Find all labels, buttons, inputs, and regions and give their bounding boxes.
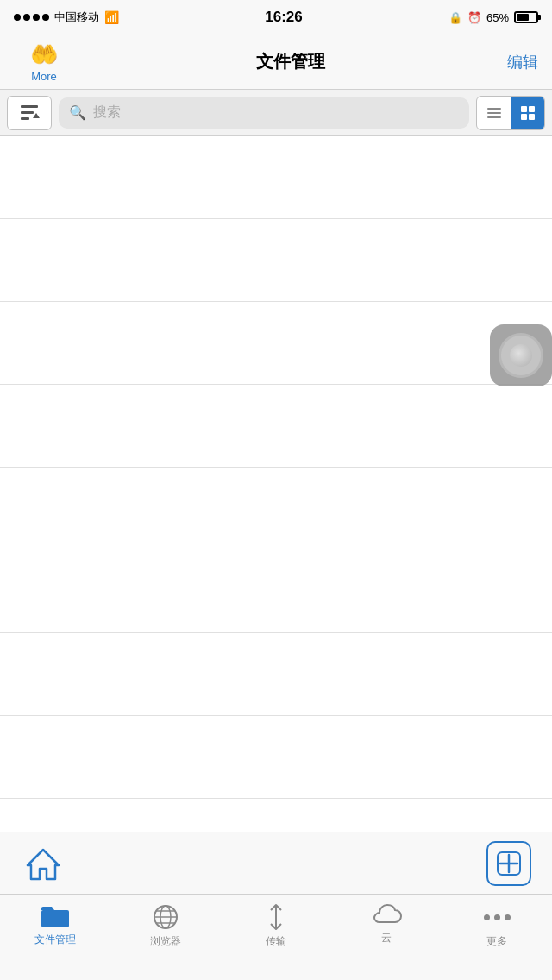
hand-icon: 🤲 bbox=[30, 41, 58, 68]
add-button[interactable] bbox=[486, 841, 531, 886]
home-icon bbox=[24, 845, 62, 883]
files-tab-icon bbox=[41, 903, 70, 929]
carrier-label: 中国移动 bbox=[54, 9, 99, 25]
list-item[interactable] bbox=[0, 716, 552, 799]
wifi-icon: 📶 bbox=[104, 10, 119, 24]
assistive-touch-dot bbox=[510, 344, 532, 367]
transfer-tab-label: 传输 bbox=[266, 934, 286, 949]
add-icon bbox=[497, 851, 521, 876]
list-item[interactable] bbox=[0, 550, 552, 633]
transfer-tab-icon bbox=[262, 903, 290, 931]
status-left: 中国移动 📶 bbox=[14, 9, 119, 25]
lock-icon: 🔒 bbox=[448, 11, 462, 24]
list-view-icon bbox=[486, 104, 503, 122]
svg-rect-7 bbox=[521, 106, 527, 112]
signal-dot-3 bbox=[33, 14, 40, 21]
list-item[interactable] bbox=[0, 302, 552, 385]
svg-rect-15 bbox=[41, 910, 69, 927]
page-title: 文件管理 bbox=[256, 50, 325, 73]
svg-rect-5 bbox=[487, 112, 501, 114]
svg-rect-2 bbox=[21, 117, 29, 120]
svg-rect-1 bbox=[21, 111, 34, 114]
svg-rect-8 bbox=[529, 106, 535, 112]
action-bar bbox=[0, 832, 552, 894]
svg-rect-4 bbox=[487, 108, 501, 110]
tab-cloud[interactable]: 云 bbox=[331, 903, 442, 945]
status-bar: 中国移动 📶 16:26 🔒 ⏰ 65% bbox=[0, 0, 552, 35]
status-right: 🔒 ⏰ 65% bbox=[448, 11, 538, 24]
list-item[interactable] bbox=[0, 385, 552, 468]
tab-bar: 文件管理 浏览器 传输 bbox=[0, 894, 552, 980]
alarm-icon: ⏰ bbox=[467, 11, 481, 24]
cloud-tab-icon bbox=[371, 903, 402, 927]
tab-more[interactable]: 更多 bbox=[442, 903, 552, 949]
list-item[interactable] bbox=[0, 136, 552, 219]
list-item[interactable] bbox=[0, 468, 552, 550]
search-bar[interactable]: 🔍 搜索 bbox=[59, 97, 469, 129]
grid-view-icon bbox=[519, 104, 536, 122]
assistive-touch-button[interactable] bbox=[490, 324, 552, 386]
list-item[interactable] bbox=[0, 633, 552, 716]
browser-tab-label: 浏览器 bbox=[150, 934, 181, 949]
search-placeholder: 搜索 bbox=[93, 104, 121, 122]
more-tab-label: 更多 bbox=[486, 934, 507, 949]
toolbar: 🔍 搜索 bbox=[0, 90, 552, 136]
more-label: More bbox=[31, 70, 57, 83]
signal-dot-1 bbox=[14, 14, 21, 21]
tab-files[interactable]: 文件管理 bbox=[0, 903, 110, 947]
tab-transfer[interactable]: 传输 bbox=[221, 903, 331, 949]
nav-bar: 🤲 More 文件管理 编辑 bbox=[0, 35, 552, 90]
battery-icon bbox=[514, 11, 538, 23]
browser-tab-icon bbox=[152, 903, 179, 931]
svg-rect-0 bbox=[21, 105, 38, 108]
grid-view-button[interactable] bbox=[511, 97, 544, 129]
battery-fill bbox=[517, 14, 529, 21]
view-toggle[interactable] bbox=[476, 96, 545, 130]
svg-marker-3 bbox=[33, 113, 40, 118]
more-tab-icon bbox=[484, 903, 511, 931]
edit-button[interactable]: 编辑 bbox=[507, 52, 538, 72]
assistive-touch-inner bbox=[499, 333, 543, 378]
sort-button[interactable] bbox=[7, 96, 52, 130]
status-time: 16:26 bbox=[265, 9, 302, 26]
battery-percent: 65% bbox=[486, 11, 509, 24]
app-container: 中国移动 📶 16:26 🔒 ⏰ 65% 🤲 More 文件管理 编辑 bbox=[0, 0, 552, 980]
home-button[interactable] bbox=[21, 841, 66, 886]
tab-browser[interactable]: 浏览器 bbox=[110, 903, 221, 949]
svg-marker-11 bbox=[28, 850, 59, 879]
more-button[interactable]: 🤲 More bbox=[14, 41, 74, 83]
sort-icon bbox=[17, 101, 41, 125]
signal-dot-4 bbox=[42, 14, 49, 21]
list-item[interactable] bbox=[0, 219, 552, 302]
svg-rect-9 bbox=[521, 114, 527, 120]
files-tab-label: 文件管理 bbox=[34, 933, 76, 947]
search-icon: 🔍 bbox=[69, 104, 86, 121]
signal-dot-2 bbox=[23, 14, 30, 21]
svg-rect-6 bbox=[487, 116, 501, 118]
list-view-button[interactable] bbox=[477, 97, 511, 129]
cloud-tab-label: 云 bbox=[381, 931, 392, 945]
signal-dots bbox=[14, 14, 49, 21]
svg-rect-10 bbox=[529, 114, 535, 120]
